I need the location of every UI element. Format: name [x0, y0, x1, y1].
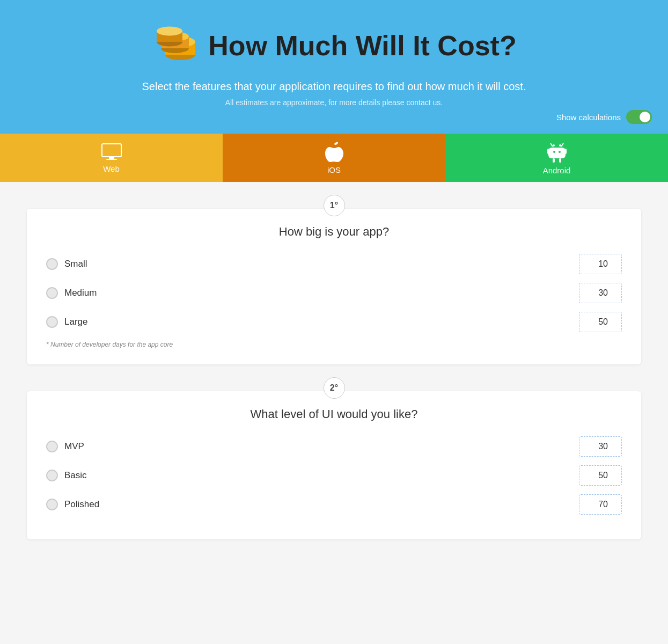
monitor-icon — [101, 143, 122, 161]
show-calculations-row: Show calculations — [556, 110, 652, 124]
tab-android[interactable]: Android — [445, 134, 668, 182]
input-medium[interactable] — [579, 283, 622, 303]
radio-large[interactable] — [46, 316, 58, 328]
input-basic[interactable] — [579, 465, 622, 486]
input-small[interactable] — [579, 254, 622, 274]
svg-rect-18 — [564, 149, 567, 154]
svg-line-15 — [561, 143, 563, 147]
question-1-footnote: * Number of developer days for the app c… — [46, 341, 622, 348]
question-1-title: How big is your app? — [46, 225, 622, 239]
svg-rect-10 — [109, 157, 114, 159]
svg-rect-9 — [102, 144, 121, 157]
input-polished[interactable] — [579, 494, 622, 515]
radio-basic[interactable] — [46, 470, 58, 481]
svg-rect-20 — [559, 158, 561, 163]
option-mvp-label: MVP — [64, 441, 84, 452]
show-calculations-label: Show calculations — [556, 113, 621, 122]
option-medium-row: Medium — [46, 283, 622, 303]
option-polished-row: Polished — [46, 494, 622, 515]
svg-rect-17 — [547, 149, 549, 154]
step-2-bubble: 2° — [324, 377, 345, 399]
radio-small[interactable] — [46, 258, 58, 270]
svg-line-14 — [550, 143, 553, 147]
option-medium-label: Medium — [64, 288, 97, 298]
tab-ios-label: iOS — [327, 165, 341, 174]
radio-mvp[interactable] — [46, 441, 58, 452]
page-title: How Much Will It Cost? — [208, 30, 516, 62]
svg-point-8 — [157, 27, 182, 36]
option-basic-label: Basic — [64, 470, 87, 481]
sections: 1° How big is your app? Small Medium Lar… — [0, 195, 668, 561]
step-1-bubble: 1° — [324, 195, 345, 216]
svg-rect-19 — [553, 158, 555, 163]
android-icon — [547, 141, 567, 163]
svg-point-21 — [553, 151, 555, 153]
radio-medium[interactable] — [46, 287, 58, 299]
header-note: All estimates are approximate, for more … — [11, 98, 657, 107]
apple-icon — [325, 142, 343, 162]
input-large[interactable] — [579, 312, 622, 332]
question-1-card: How big is your app? Small Medium Large … — [27, 209, 641, 364]
tab-android-label: Android — [543, 166, 571, 175]
tab-web-label: Web — [103, 164, 120, 173]
option-large-row: Large — [46, 312, 622, 332]
question-2-title: What level of UI would you like? — [46, 407, 622, 421]
tab-ios[interactable]: iOS — [223, 134, 445, 182]
coin-icon — [151, 21, 200, 70]
header-inner: How Much Will It Cost? — [11, 21, 657, 70]
svg-rect-16 — [548, 148, 566, 158]
platform-tabs: Web iOS Android — [0, 134, 668, 182]
step-2-bubble-wrap: 2° — [27, 377, 641, 399]
show-calculations-toggle[interactable] — [626, 110, 652, 124]
svg-point-22 — [559, 151, 561, 153]
header: How Much Will It Cost? Select the featur… — [0, 0, 668, 134]
input-mvp[interactable] — [579, 436, 622, 457]
option-basic-row: Basic — [46, 465, 622, 486]
option-mvp-row: MVP — [46, 436, 622, 457]
tab-web[interactable]: Web — [0, 134, 223, 182]
option-small-label: Small — [64, 259, 87, 269]
option-large-label: Large — [64, 317, 87, 327]
svg-rect-11 — [106, 159, 117, 160]
header-subtitle: Select the features that your applicatio… — [11, 80, 657, 93]
option-polished-label: Polished — [64, 499, 99, 510]
step-1-bubble-wrap: 1° — [27, 195, 641, 216]
option-small-row: Small — [46, 254, 622, 274]
question-2-card: What level of UI would you like? MVP Bas… — [27, 391, 641, 539]
radio-polished[interactable] — [46, 499, 58, 510]
